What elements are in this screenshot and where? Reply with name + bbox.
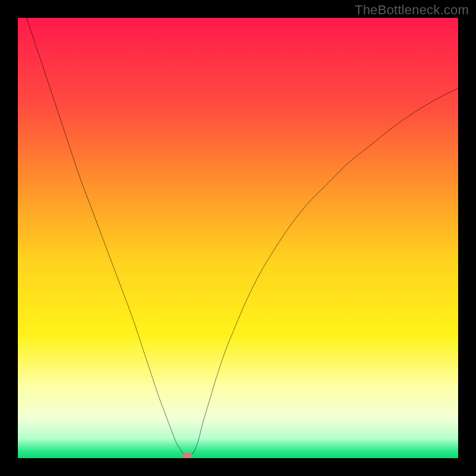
chart-frame: TheBottleneck.com xyxy=(0,0,476,476)
curve-layer xyxy=(18,18,458,458)
bottleneck-curve xyxy=(18,18,458,458)
watermark-text: TheBottleneck.com xyxy=(355,2,469,18)
minimum-marker xyxy=(183,453,192,458)
plot-area xyxy=(18,18,458,458)
